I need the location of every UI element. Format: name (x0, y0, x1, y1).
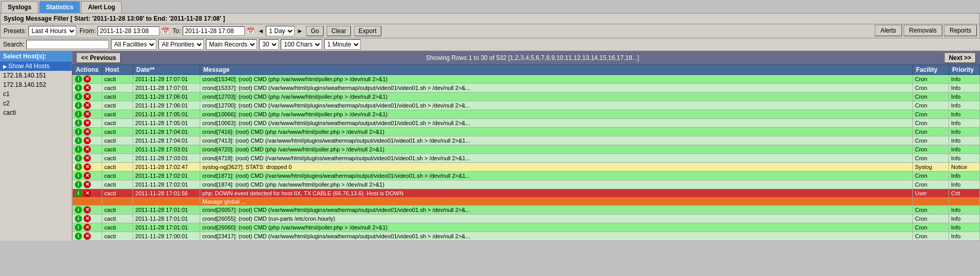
sidebar-item-c1[interactable]: c1 (0, 89, 72, 99)
table-row: i ✕ cacti2011-11-28 17:04:01crond[7413]:… (73, 136, 980, 145)
sidebar-item-host1[interactable]: 172.18.140.151 (0, 71, 72, 80)
cell-actions: i ✕ (73, 128, 102, 136)
prev-arrow[interactable]: ◄ (258, 27, 264, 35)
cell-actions: i ✕ (73, 145, 102, 154)
sidebar-item-showall[interactable]: ▶ Show All Hosts (0, 62, 72, 71)
sidebar-item-host2[interactable]: 172.18.140.152 (0, 80, 72, 89)
cell-message: crond[26057]: (root) CMD (/var/www/html/… (200, 206, 913, 214)
cell-host: cacti (102, 189, 133, 198)
clear-button[interactable]: Clear (327, 26, 351, 36)
action-info-icon[interactable]: i (75, 111, 82, 118)
cell-actions: i ✕ (73, 84, 102, 93)
tab-alert-log[interactable]: Alert Log (81, 1, 122, 13)
priorities-select[interactable]: All Priorities (158, 39, 204, 50)
sidebar-item-label: c1 (3, 90, 10, 98)
action-delete-icon[interactable]: ✕ (84, 163, 91, 171)
cell-date: 2011-11-28 17:00:01 (133, 232, 200, 241)
action-delete-icon[interactable]: ✕ (84, 111, 91, 118)
next-arrow[interactable]: ► (297, 27, 303, 35)
action-info-icon[interactable]: i (75, 93, 82, 100)
interval2-select[interactable]: 1 Minute (324, 39, 361, 50)
search-input[interactable] (26, 40, 109, 49)
tab-statistics[interactable]: Statistics (39, 1, 80, 13)
sidebar-item-label: cacti (3, 109, 16, 116)
action-info-icon[interactable]: i (75, 102, 82, 109)
reports-button[interactable]: Reports (944, 25, 977, 36)
action-delete-icon[interactable]: ✕ (84, 155, 91, 162)
action-delete-icon[interactable]: ✕ (84, 75, 91, 83)
cell-message: crond[4720]: (root) CMD (php /var/www/ht… (200, 145, 913, 154)
table-row: i ✕ cacti2011-11-28 17:02:01crond[1874]:… (73, 180, 980, 189)
filter-row: Presets: Last 4 Hours From: 📅 To: 📅 ◄ 1 … (0, 24, 980, 38)
alerts-button[interactable]: Alerts (875, 25, 902, 36)
action-delete-icon[interactable]: ✕ (84, 119, 91, 127)
cell-message: crond[1871]: (root) CMD (/var/www/html/p… (200, 172, 913, 180)
cell-host: cacti (102, 75, 133, 84)
action-info-icon[interactable]: i (75, 233, 82, 240)
removals-button[interactable]: Removals (904, 25, 942, 36)
tab-syslogs[interactable]: Syslogs (1, 1, 38, 13)
action-info-icon[interactable]: i (75, 190, 82, 197)
action-delete-icon[interactable]: ✕ (84, 93, 91, 100)
action-delete-icon[interactable]: ✕ (84, 84, 91, 91)
facilities-select[interactable]: All Facilities (111, 39, 156, 50)
action-delete-icon[interactable]: ✕ (84, 128, 91, 135)
action-delete-icon[interactable]: ✕ (84, 181, 91, 188)
action-info-icon[interactable]: i (75, 181, 82, 188)
chars-select[interactable]: 100 Chars (281, 39, 322, 50)
action-delete-icon[interactable]: ✕ (84, 224, 91, 231)
presets-select[interactable]: Last 4 Hours (28, 26, 76, 36)
cell-priority: Info (949, 180, 980, 189)
go-button[interactable]: Go (306, 26, 324, 36)
cell-date: 2011-11-28 17:05:01 (133, 119, 200, 128)
next-button[interactable]: Next >> (944, 53, 976, 63)
cell-host: cacti (102, 84, 133, 93)
action-info-icon[interactable]: i (75, 215, 82, 222)
prev-button[interactable]: << Previous (76, 53, 121, 63)
action-delete-icon[interactable]: ✕ (84, 190, 91, 197)
col-header-host: Host (102, 65, 133, 75)
action-delete-icon[interactable]: ✕ (84, 215, 91, 222)
from-input[interactable] (98, 26, 159, 36)
rows-select[interactable]: 30 (259, 39, 279, 50)
calendar-icon2[interactable]: 📅 (247, 27, 254, 35)
action-info-icon[interactable]: i (75, 84, 82, 91)
cell-actions: i ✕ (73, 75, 102, 84)
interval-select[interactable]: 1 Day (266, 26, 295, 36)
sidebar-item-cacti[interactable]: cacti (0, 108, 72, 117)
table-row: i ✕ cacti2011-11-28 17:03:01crond[4720]:… (73, 145, 980, 154)
action-info-icon[interactable]: i (75, 163, 82, 171)
action-info-icon[interactable]: i (75, 119, 82, 127)
action-info-icon[interactable]: i (75, 224, 82, 231)
cell-facility: Syslog (913, 163, 949, 172)
cell-message: php: DOWN event detected for host IIX, T… (200, 189, 913, 198)
cell-date (133, 198, 200, 206)
action-info-icon[interactable]: i (75, 146, 82, 153)
action-delete-icon[interactable]: ✕ (84, 137, 91, 144)
cell-facility: User (913, 189, 949, 198)
table-row: i ✕ cacti2011-11-28 17:02:01crond[1871]:… (73, 172, 980, 180)
cell-facility: Cron (913, 119, 949, 128)
action-delete-icon[interactable]: ✕ (84, 172, 91, 179)
cell-actions: i ✕ (73, 93, 102, 101)
cell-host: cacti (102, 128, 133, 136)
action-delete-icon[interactable]: ✕ (84, 233, 91, 240)
action-info-icon[interactable]: i (75, 128, 82, 135)
action-info-icon[interactable]: i (75, 206, 82, 213)
action-delete-icon[interactable]: ✕ (84, 146, 91, 153)
action-info-icon[interactable]: i (75, 75, 82, 83)
action-info-icon[interactable]: i (75, 155, 82, 162)
export-button[interactable]: Export (354, 26, 381, 36)
action-info-icon[interactable]: i (75, 137, 82, 144)
action-info-icon[interactable]: i (75, 172, 82, 179)
to-input[interactable] (183, 26, 245, 36)
col-header-date[interactable]: Date** (133, 65, 200, 75)
cell-message: crond[26055]: (root) CMD (run-parts /etc… (200, 214, 913, 223)
calendar-icon[interactable]: 📅 (162, 27, 169, 35)
cell-priority: Info (949, 84, 980, 93)
cell-actions: i ✕ (73, 136, 102, 145)
action-delete-icon[interactable]: ✕ (84, 102, 91, 109)
records-select[interactable]: Main Records (206, 39, 257, 50)
action-delete-icon[interactable]: ✕ (84, 206, 91, 213)
sidebar-item-c2[interactable]: c2 (0, 99, 72, 108)
